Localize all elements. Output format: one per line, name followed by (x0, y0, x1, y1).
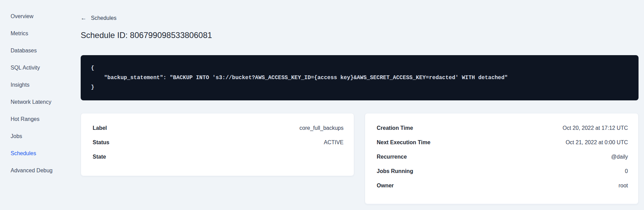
row-label: Jobs Running (377, 168, 413, 174)
sidebar-nav: Overview Metrics Databases SQL Activity … (0, 8, 68, 179)
sidebar-item-insights[interactable]: Insights (0, 76, 68, 94)
row-value: Oct 20, 2022 at 17:12 UTC (563, 125, 628, 131)
sidebar-item-overview[interactable]: Overview (0, 8, 68, 25)
timing-row-recurrence: Recurrence @daily (377, 150, 628, 164)
main-content: ← Schedules Schedule ID: 806799098533806… (68, 0, 644, 204)
row-value: 0 (625, 168, 628, 174)
sidebar-item-schedules[interactable]: Schedules (0, 145, 68, 162)
row-label: Creation Time (377, 125, 413, 131)
sidebar-item-databases[interactable]: Databases (0, 42, 68, 59)
row-value: Oct 21, 2022 at 0:00 UTC (566, 139, 628, 146)
summary-cards-row: Label core_full_backups Status ACTIVE St… (81, 113, 639, 204)
row-label: Label (93, 125, 107, 131)
row-label: State (93, 154, 106, 160)
schedule-timing-card: Creation Time Oct 20, 2022 at 17:12 UTC … (365, 113, 639, 204)
row-label: Next Execution Time (377, 139, 430, 146)
code-line: } (91, 83, 628, 92)
detail-row-state: State (93, 150, 344, 164)
code-line: "backup_statement": "BACKUP INTO 's3://b… (91, 73, 628, 83)
sidebar-item-metrics[interactable]: Metrics (0, 25, 68, 42)
row-label: Owner (377, 183, 394, 189)
back-to-schedules-link[interactable]: ← Schedules (81, 15, 117, 21)
timing-row-owner: Owner root (377, 178, 628, 193)
row-value: root (618, 183, 628, 189)
sidebar-item-hot-ranges[interactable]: Hot Ranges (0, 111, 68, 128)
backup-statement-code-block: { "backup_statement": "BACKUP INTO 's3:/… (81, 55, 639, 100)
timing-row-jobs-running: Jobs Running 0 (377, 164, 628, 178)
timing-row-creation-time: Creation Time Oct 20, 2022 at 17:12 UTC (377, 121, 628, 135)
sidebar-item-jobs[interactable]: Jobs (0, 128, 68, 145)
sidebar-item-advanced-debug[interactable]: Advanced Debug (0, 162, 68, 179)
schedule-details-card: Label core_full_backups Status ACTIVE St… (81, 113, 354, 176)
row-value: ACTIVE (324, 139, 344, 146)
back-arrow-icon: ← (81, 15, 86, 21)
code-line: { (91, 63, 628, 73)
page-title: Schedule ID: 806799098533806081 (81, 30, 639, 40)
row-label: Status (93, 139, 109, 146)
detail-row-status: Status ACTIVE (93, 135, 344, 150)
row-value: core_full_backups (299, 125, 344, 131)
row-value: @daily (611, 154, 628, 160)
sidebar-item-sql-activity[interactable]: SQL Activity (0, 59, 68, 76)
timing-row-next-execution: Next Execution Time Oct 21, 2022 at 0:00… (377, 135, 628, 150)
sidebar-item-network-latency[interactable]: Network Latency (0, 94, 68, 111)
back-link-label: Schedules (91, 15, 117, 21)
row-label: Recurrence (377, 154, 407, 160)
detail-row-label: Label core_full_backups (93, 121, 344, 135)
